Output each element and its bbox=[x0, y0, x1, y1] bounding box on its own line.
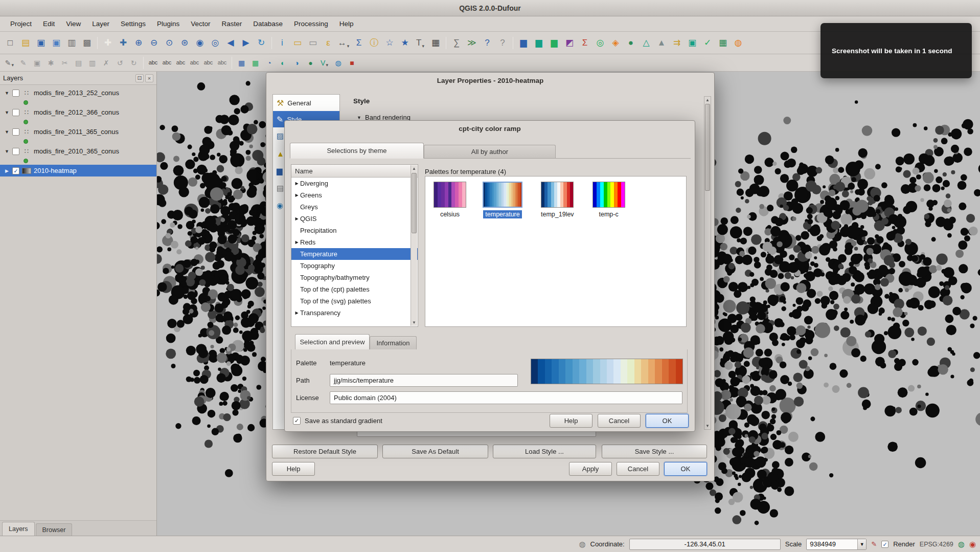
sum-statistics-icon[interactable]: Σ bbox=[351, 35, 367, 51]
copy-features-icon[interactable]: ▤ bbox=[72, 56, 85, 70]
current-edits-icon[interactable]: ✎▾ bbox=[3, 56, 16, 70]
new-project-icon[interactable]: □ bbox=[3, 35, 18, 51]
tree-item-precipitation[interactable]: Precipitation bbox=[291, 225, 418, 236]
tree-header[interactable]: Name bbox=[291, 165, 418, 178]
tree-item-qgis[interactable]: ▶QGIS bbox=[291, 213, 418, 225]
open-project-icon[interactable]: ▤ bbox=[18, 35, 33, 51]
tab-all-by-author[interactable]: All by author bbox=[424, 145, 556, 158]
menu-raster[interactable]: Raster bbox=[216, 18, 247, 30]
palette-temperature[interactable]: temperature bbox=[483, 182, 522, 218]
tab-selection-and-preview[interactable]: Selection and preview bbox=[295, 334, 370, 350]
tree-item-reds[interactable]: ▶Reds bbox=[291, 236, 418, 248]
undo-icon[interactable]: ↺ bbox=[113, 56, 127, 70]
dock-panel-icon[interactable]: ⊡ bbox=[135, 74, 144, 82]
heatmap-tool-icon[interactable]: ● bbox=[623, 35, 639, 51]
pan-to-selection-icon[interactable]: ✚ bbox=[116, 35, 131, 51]
redo-icon[interactable]: ↻ bbox=[127, 56, 141, 70]
checker-green-icon[interactable]: ▦ bbox=[248, 56, 262, 70]
sphere-icon[interactable]: ● bbox=[304, 56, 317, 70]
cancel-button[interactable]: Cancel bbox=[598, 414, 641, 428]
ok-button[interactable]: OK bbox=[646, 414, 689, 428]
zoom-native-icon[interactable]: ⊙ bbox=[162, 35, 177, 51]
scroll-up-icon[interactable]: ▲ bbox=[704, 98, 711, 102]
chevron-down-icon[interactable]: ▾ bbox=[12, 62, 14, 70]
zoom-full-icon[interactable]: ⊛ bbox=[177, 35, 192, 51]
terrain-analysis-icon[interactable]: ▲ bbox=[654, 35, 669, 51]
attribute-table-icon[interactable]: ▦ bbox=[428, 35, 443, 51]
collapse-arrow-icon[interactable]: ▼ bbox=[4, 91, 10, 96]
scroll-thumb[interactable] bbox=[705, 104, 710, 191]
toggle-editing-icon[interactable]: ✎ bbox=[16, 56, 30, 70]
globe-blue-icon[interactable]: ◑ bbox=[290, 56, 304, 70]
tab-information[interactable]: Information bbox=[370, 336, 417, 349]
tracking-icon[interactable]: ◍ bbox=[579, 540, 585, 549]
menu-vector[interactable]: Vector bbox=[186, 18, 215, 30]
web-plugin-icon[interactable]: ◍ bbox=[731, 35, 746, 51]
new-print-composer-icon[interactable]: ▥ bbox=[64, 35, 79, 51]
save-project-as-icon[interactable]: ▣ bbox=[49, 35, 64, 51]
close-panel-icon[interactable]: × bbox=[145, 74, 153, 82]
menu-help[interactable]: Help bbox=[334, 18, 359, 30]
expand-arrow-icon[interactable]: ▶ bbox=[293, 216, 300, 221]
save-gradient-option[interactable]: ✓ Save as standard gradient bbox=[293, 417, 550, 425]
node-tool-icon[interactable]: ✱ bbox=[44, 56, 58, 70]
scroll-down-icon[interactable]: ▼ bbox=[704, 424, 711, 428]
layer-visibility-checkbox[interactable] bbox=[12, 148, 19, 155]
label-highlight-icon[interactable]: abc bbox=[174, 56, 188, 70]
gps-tools-icon[interactable]: ◈ bbox=[608, 35, 623, 51]
panel-tab-layers[interactable]: Layers bbox=[2, 522, 35, 536]
ok-button[interactable]: OK bbox=[664, 462, 707, 476]
zoom-to-layer-icon[interactable]: ◎ bbox=[208, 35, 223, 51]
layer-item-modis-fire-2012-366-conus[interactable]: ▼∷modis_fire_2012_366_conus bbox=[0, 106, 156, 118]
style-copy-icon[interactable]: ▦ bbox=[235, 56, 248, 70]
label-move-icon[interactable]: abc bbox=[188, 56, 201, 70]
scroll-up-icon[interactable]: ▲ bbox=[411, 166, 417, 171]
diagram-overlay-icon[interactable]: ◔ bbox=[262, 56, 276, 70]
map-tips-icon[interactable]: ⓘ bbox=[367, 35, 382, 51]
raster-red-icon[interactable]: ■ bbox=[345, 56, 359, 70]
scale-edit-icon[interactable]: ✎ bbox=[871, 540, 877, 548]
zoom-next-icon[interactable]: ▶ bbox=[238, 35, 254, 51]
zonal-stats-icon[interactable]: ▦ bbox=[715, 35, 731, 51]
tree-item-top-of-the-cpt-palettes[interactable]: Top of the (cpt) palettes bbox=[291, 283, 418, 295]
save-gradient-checkbox[interactable]: ✓ bbox=[293, 417, 301, 425]
world-icon[interactable]: ◍ bbox=[331, 56, 345, 70]
chevron-down-icon[interactable]: ▾ bbox=[422, 43, 424, 51]
label-rotate-icon[interactable]: abc bbox=[201, 56, 215, 70]
save-as-default-button[interactable]: Save As Default bbox=[382, 445, 488, 458]
menu-plugins[interactable]: Plugins bbox=[152, 18, 185, 30]
path-input[interactable]: jjg/misc/temperature bbox=[330, 374, 518, 387]
menu-database[interactable]: Database bbox=[248, 18, 288, 30]
palette-temp-19lev[interactable]: temp_19lev bbox=[539, 182, 576, 218]
expand-arrow-icon[interactable]: ▶ bbox=[4, 168, 10, 173]
load-style-button[interactable]: Load Style ... bbox=[493, 445, 596, 458]
help-contents-icon[interactable]: ? bbox=[480, 35, 495, 51]
log-messages-icon[interactable]: ◉ bbox=[969, 540, 976, 549]
label-pin-icon[interactable]: abc bbox=[160, 56, 174, 70]
pan-map-icon[interactable]: ✚ bbox=[100, 35, 116, 51]
text-annotation-icon[interactable]: T▾ bbox=[413, 35, 428, 51]
road-graph-icon[interactable]: ⇉ bbox=[669, 35, 685, 51]
tree-item-temperature[interactable]: Temperature bbox=[291, 248, 418, 260]
collapse-arrow-icon[interactable]: ▼ bbox=[4, 149, 10, 154]
collapse-arrow-icon[interactable]: ▼ bbox=[4, 129, 10, 135]
help-button[interactable]: Help bbox=[550, 414, 592, 428]
interpolation-icon[interactable]: △ bbox=[639, 35, 654, 51]
cut-features-icon[interactable]: ✂ bbox=[58, 56, 72, 70]
labeling-icon[interactable]: abc bbox=[146, 56, 160, 70]
menu-project[interactable]: Project bbox=[5, 18, 37, 30]
chart-icon[interactable]: ◩ bbox=[562, 35, 577, 51]
menu-processing[interactable]: Processing bbox=[289, 18, 333, 30]
layer-item-modis-fire-2011-365-conus[interactable]: ▼∷modis_fire_2011_365_conus bbox=[0, 126, 156, 138]
layer-visibility-checkbox[interactable]: ✓ bbox=[12, 167, 19, 174]
show-bookmarks-icon[interactable]: ★ bbox=[397, 35, 413, 51]
expand-arrow-icon[interactable]: ▶ bbox=[293, 181, 300, 186]
tree-item-top-of-the-svg-palettes[interactable]: Top of the (svg) palettes bbox=[291, 295, 418, 307]
select-by-expression-icon[interactable]: ε bbox=[321, 35, 336, 51]
tree-item-topography-bathymetry[interactable]: Topography/bathymetry bbox=[291, 272, 418, 283]
python-console-icon[interactable]: ≫ bbox=[464, 35, 480, 51]
layer-item-2010-heatmap[interactable]: ▶✓2010-heatmap bbox=[0, 165, 156, 176]
tab-selections-by-theme[interactable]: Selections by theme bbox=[290, 143, 424, 159]
license-input[interactable]: Public domain (2004) bbox=[330, 391, 682, 404]
delete-selected-icon[interactable]: ✗ bbox=[99, 56, 113, 70]
